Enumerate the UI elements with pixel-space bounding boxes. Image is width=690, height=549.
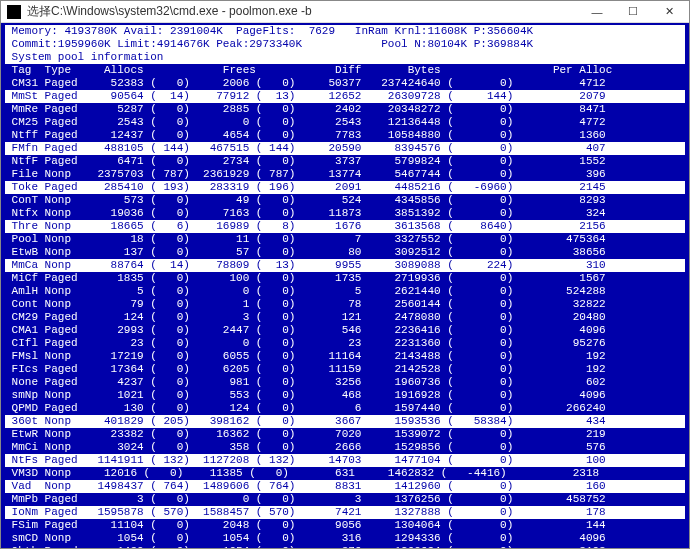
table-row: Toke Paged 285410 ( 193) 283319 ( 196) 2… xyxy=(5,181,685,194)
table-row: NtFs Paged 1141911 ( 132) 1127208 ( 132)… xyxy=(5,454,685,467)
table-row: FSim Paged 11104 ( 0) 2048 ( 0) 9056 130… xyxy=(5,519,685,532)
window-title: 选择C:\Windows\system32\cmd.exe - poolmon.… xyxy=(27,3,579,20)
table-row: MiCf Paged 1835 ( 0) 100 ( 0) 1735 27199… xyxy=(5,272,685,285)
table-row: None Paged 4237 ( 0) 981 ( 0) 3256 19607… xyxy=(5,376,685,389)
table-row: File Nonp 2375703 ( 787) 2361929 ( 787) … xyxy=(5,168,685,181)
table-row: CM31 Paged 52383 ( 0) 2006 ( 0) 50377 23… xyxy=(5,77,685,90)
table-row: Pool Nonp 18 ( 0) 11 ( 0) 7 3327552 ( 0)… xyxy=(5,233,685,246)
table-row: EtwR Nonp 23382 ( 0) 16362 ( 0) 7020 153… xyxy=(5,428,685,441)
table-row: ConT Nonp 573 ( 0) 49 ( 0) 524 4345856 (… xyxy=(5,194,685,207)
table-row: MmCi Nonp 3024 ( 0) 358 ( 0) 2666 152985… xyxy=(5,441,685,454)
column-headers: Tag Type Allocs Frees Diff Bytes Per All… xyxy=(5,64,685,77)
table-row: AmlH Nonp 5 ( 0) 0 ( 0) 5 2621440 ( 0) 5… xyxy=(5,285,685,298)
console-area[interactable]: Memory: 4193780K Avail: 2391004K PageFlt… xyxy=(1,23,689,548)
table-row: Vad Nonp 1498437 ( 764) 1489606 ( 764) 8… xyxy=(5,480,685,493)
table-row: Thre Nonp 18665 ( 6) 16989 ( 8) 1676 361… xyxy=(5,220,685,233)
table-row: CM25 Paged 2543 ( 0) 0 ( 0) 2543 1213644… xyxy=(5,116,685,129)
table-row: MmSt Paged 90564 ( 14) 77912 ( 13) 12652… xyxy=(5,90,685,103)
table-row: CMA1 Paged 2993 ( 0) 2447 ( 0) 546 22364… xyxy=(5,324,685,337)
close-button[interactable]: ✕ xyxy=(651,2,687,22)
table-row: MmPb Paged 3 ( 0) 0 ( 0) 3 1376256 ( 0) … xyxy=(5,493,685,506)
table-row: CIfl Paged 23 ( 0) 0 ( 0) 23 2231360 ( 0… xyxy=(5,337,685,350)
table-row: EtwB Nonp 137 ( 0) 57 ( 0) 80 3092512 ( … xyxy=(5,246,685,259)
minimize-button[interactable]: — xyxy=(579,2,615,22)
cmd-icon xyxy=(7,5,21,19)
table-row: smCD Nonp 1054 ( 0) 1054 ( 0) 316 129433… xyxy=(5,532,685,545)
header-line-2: Commit:1959960K Limit:4914676K Peak:2973… xyxy=(5,38,685,51)
pool-rows: CM31 Paged 52383 ( 0) 2006 ( 0) 50377 23… xyxy=(5,77,685,548)
table-row: IoNm Paged 1595878 ( 570) 1588457 ( 570)… xyxy=(5,506,685,519)
table-row: NtfF Paged 6471 ( 0) 2734 ( 0) 3737 5799… xyxy=(5,155,685,168)
titlebar[interactable]: 选择C:\Windows\system32\cmd.exe - poolmon.… xyxy=(1,1,689,23)
header-line-1: Memory: 4193780K Avail: 2391004K PageFlt… xyxy=(5,25,685,38)
header-line-3: System pool information xyxy=(5,51,685,64)
table-row: Cont Nonp 79 ( 0) 1 ( 0) 78 2560144 ( 0)… xyxy=(5,298,685,311)
maximize-button[interactable]: ☐ xyxy=(615,2,651,22)
table-row: Obtb Paged 1430 ( 0) 1054 ( 0) 376 12006… xyxy=(5,545,685,548)
table-row: MmRe Paged 5287 ( 0) 2885 ( 0) 2402 2034… xyxy=(5,103,685,116)
table-row: FMsl Nonp 17219 ( 0) 6055 ( 0) 11164 214… xyxy=(5,350,685,363)
table-row: smNp Nonp 1021 ( 0) 553 ( 0) 468 1916928… xyxy=(5,389,685,402)
app-window: 选择C:\Windows\system32\cmd.exe - poolmon.… xyxy=(0,0,690,549)
table-row: CM29 Paged 124 ( 0) 3 ( 0) 121 2478080 (… xyxy=(5,311,685,324)
table-row: FMfn Paged 488105 ( 144) 467515 ( 144) 2… xyxy=(5,142,685,155)
table-row: VM3D Nonp 12016 ( 0) 11385 ( 0) 631 1462… xyxy=(5,467,685,480)
table-row: QPMD Paged 130 ( 0) 124 ( 0) 6 1597440 (… xyxy=(5,402,685,415)
table-row: Ntfx Nonp 19036 ( 0) 7163 ( 0) 11873 385… xyxy=(5,207,685,220)
table-row: FIcs Paged 17364 ( 0) 6205 ( 0) 11159 21… xyxy=(5,363,685,376)
window-controls: — ☐ ✕ xyxy=(579,2,687,22)
table-row: Ntff Paged 12437 ( 0) 4654 ( 0) 7783 105… xyxy=(5,129,685,142)
table-row: MmCa Nonp 88764 ( 14) 78809 ( 13) 9955 3… xyxy=(5,259,685,272)
table-row: 360t Nonp 401829 ( 205) 398162 ( 0) 3667… xyxy=(5,415,685,428)
